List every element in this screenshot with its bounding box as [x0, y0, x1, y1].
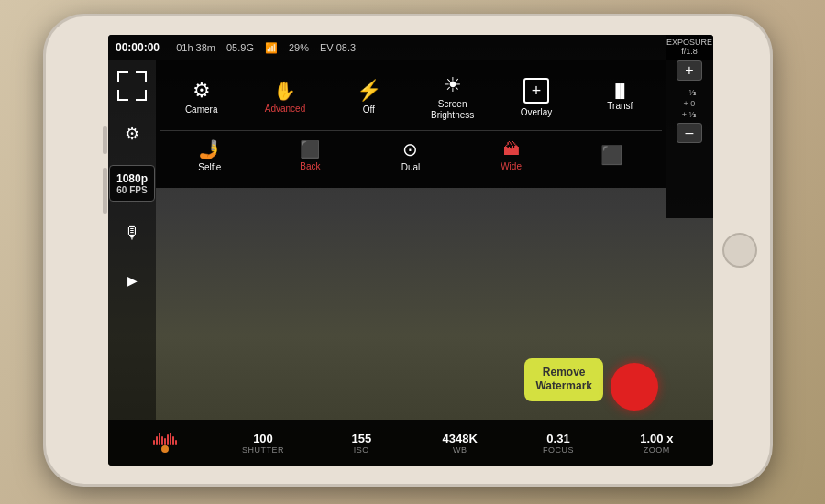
remaining-time: –01h 38m	[170, 42, 215, 53]
advanced-icon: ✋	[273, 82, 296, 100]
watermark-badge[interactable]: Remove Watermark	[524, 358, 603, 401]
exposure-panel: EXPOSUREf/1.8 + – ¹⁄₃ + 0 + ¹⁄₃ –	[666, 35, 713, 218]
shutter-item[interactable]	[116, 431, 214, 455]
menu-fifth[interactable]: ⬛	[561, 138, 662, 175]
exposure-steps: – ¹⁄₃ + 0 + ¹⁄₃	[682, 88, 697, 119]
exposure-label: EXPOSUREf/1.8	[666, 38, 712, 57]
menu-selfie[interactable]: 🤳 Selfie	[160, 133, 260, 181]
wide-label: Wide	[500, 161, 522, 172]
advanced-label: Advanced	[265, 104, 305, 115]
settings-button[interactable]: ⚙	[116, 117, 148, 150]
ev-value: EV 08.3	[320, 42, 356, 53]
step-zero: + 0	[684, 99, 696, 108]
overlay-label: Overlay	[521, 107, 552, 118]
menu-screen-brightness[interactable]: ☀ ScreenBrightness	[411, 68, 494, 128]
volume-down-button[interactable]	[103, 168, 107, 214]
shutter-bars	[153, 431, 177, 445]
brightness-label: ScreenBrightness	[431, 99, 474, 121]
wb-value: 4348K	[442, 432, 477, 445]
battery-level: 29%	[289, 42, 309, 53]
exposure-plus-button[interactable]: +	[676, 60, 702, 81]
home-button[interactable]	[722, 233, 757, 268]
selfie-label: Selfie	[198, 162, 221, 173]
phone-frame: 00:00:00 –01h 38m 05.9G 📶 29% EV 08.3 EX…	[46, 16, 770, 484]
iso-item[interactable]: 155 ISO	[313, 432, 411, 455]
menu-divider	[160, 130, 662, 131]
off-label: Off	[363, 104, 375, 115]
mic-button[interactable]: 🎙	[116, 216, 148, 249]
menu-back[interactable]: ⬛ Back	[260, 134, 361, 180]
menu-transition[interactable]: ▐▌ Transf	[578, 77, 662, 119]
menu-dual[interactable]: ⊙ Dual	[360, 133, 461, 181]
focus-label: FOCUS	[543, 445, 574, 455]
transition-icon: ▐▌	[610, 84, 629, 97]
record-button[interactable]	[610, 363, 658, 411]
exposure-minus-button[interactable]: –	[676, 123, 702, 143]
menu-row-1: ⚙ Camera ✋ Advanced ⚡ Off ☀ ScreenBright…	[160, 68, 662, 128]
step-minus-third: – ¹⁄₃	[682, 88, 697, 97]
wide-icon: 🏔	[503, 141, 520, 158]
phone-screen: 00:00:00 –01h 38m 05.9G 📶 29% EV 08.3 EX…	[108, 35, 713, 466]
shutter-value: 100	[253, 432, 273, 445]
wb-label: WB	[453, 445, 468, 455]
camera-label: Camera	[185, 104, 218, 115]
off-icon: ⚡	[357, 81, 381, 101]
menu-advanced[interactable]: ✋ Advanced	[243, 74, 326, 122]
menu-overlay[interactable]: + Overlay	[494, 71, 578, 126]
transition-label: Transf	[607, 101, 632, 112]
menu-camera[interactable]: ⚙ Camera	[160, 73, 243, 123]
step-plus-third: + ¹⁄₃	[682, 110, 697, 119]
iso-value: 155	[351, 432, 371, 445]
menu-wide[interactable]: 🏔 Wide	[461, 134, 562, 180]
overlay-icon: +	[523, 78, 549, 104]
status-bar: 00:00:00 –01h 38m 05.9G 📶 29% EV 08.3	[108, 35, 713, 60]
selfie-icon: 🤳	[198, 140, 221, 159]
shutter-label: SHUTTER	[242, 445, 284, 455]
iso-label: ISO	[354, 445, 369, 455]
overlay-menu: ⚙ Camera ✋ Advanced ⚡ Off ☀ ScreenBright…	[156, 60, 666, 188]
shutter-value-item[interactable]: 100 SHUTTER	[214, 432, 312, 455]
play-button[interactable]: ▶	[116, 264, 148, 297]
menu-row-2: 🤳 Selfie ⬛ Back ⊙ Dual 🏔 Wide ⬛	[160, 133, 662, 181]
fifth-icon: ⬛	[600, 146, 623, 164]
zoom-value: 1.00 x	[640, 432, 673, 445]
camera-icon: ⚙	[192, 81, 211, 101]
wifi-icon: 📶	[265, 42, 278, 54]
focus-value: 0.31	[546, 432, 569, 445]
storage-info: 05.9G	[226, 42, 254, 53]
recording-time: 00:00:00	[116, 41, 160, 54]
zoom-item[interactable]: 1.00 x ZOOM	[608, 432, 706, 455]
wb-item[interactable]: 4348K WB	[411, 432, 509, 455]
expand-button[interactable]	[116, 70, 148, 103]
focus-item[interactable]: 0.31 FOCUS	[509, 432, 607, 455]
dual-label: Dual	[402, 162, 421, 173]
brightness-icon: ☀	[444, 75, 462, 95]
back-icon: ⬛	[300, 141, 320, 158]
shutter-indicator-dot	[161, 445, 169, 453]
bottom-bar: 100 SHUTTER 155 ISO 4348K WB 0.31 FOCUS …	[108, 420, 713, 466]
dual-icon: ⊙	[402, 140, 418, 159]
menu-off[interactable]: ⚡ Off	[327, 73, 411, 123]
zoom-label: ZOOM	[644, 445, 670, 455]
left-sidebar: ⚙ SHUTTER 1080p 60 FPS 🎙 ▶	[108, 60, 156, 420]
back-label: Back	[300, 161, 320, 172]
resolution-badge[interactable]: SHUTTER 1080p 60 FPS	[109, 165, 155, 202]
volume-up-button[interactable]	[103, 126, 107, 154]
